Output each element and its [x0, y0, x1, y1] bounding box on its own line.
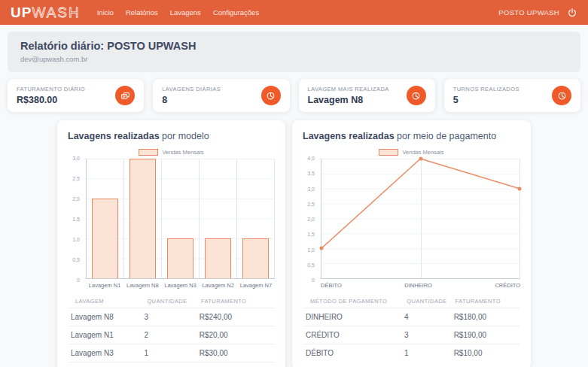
stat-label: LAVAGEM MAIS REALIZADA	[308, 86, 389, 93]
data-point-dinheiro	[419, 157, 422, 161]
legend-label: Vendas Mensais	[162, 149, 203, 156]
table-row: DÉBITO 1 R$10,00	[303, 344, 520, 362]
stat-card-lavagem-mais-realizada: LAVAGEM MAIS REALIZADA Lavagem N8	[299, 79, 435, 112]
stat-card-turnos: TURNOS REALIZADOS 5	[444, 79, 580, 112]
table-row: DINHEIRO 4 R$180,00	[303, 308, 520, 326]
bar-lavagem-n2	[200, 159, 237, 278]
legend-swatch	[379, 149, 398, 156]
table-row: Lavagem N2 1 R$20,00	[68, 362, 275, 367]
table-header-row: MÉTODO DE PAGAMENTO QUANTIDADE FATURAMEN…	[303, 295, 520, 308]
bar-chart-title-main: Lavagens realizadas	[68, 131, 160, 141]
upwash-logo[interactable]: UPWASH	[11, 5, 81, 21]
page-title: Relatório diário: POSTO UPWASH	[20, 40, 568, 52]
table-row: Lavagem N3 1 R$30,00	[68, 344, 275, 362]
report-header: Relatório diário: POSTO UPWASH dev@upwas…	[8, 32, 580, 72]
pie-chart-icon	[261, 86, 281, 105]
table-header-row: LAVAGEM QUANTIDADE FATURAMENTO	[68, 295, 275, 308]
line-chart-plot: 4,0 3,5 3,0 2,5 2,0 1,5 1,0 0,5 0	[321, 159, 520, 279]
stat-label: TURNOS REALIZADOS	[453, 86, 519, 93]
bar-chart-y-axis: 3,0 2,5 2,0 1,5 1,0 0,5 0	[66, 156, 83, 283]
navbar-account-area: POSTO UPWASH	[498, 8, 577, 18]
nav-link-configuracoes[interactable]: Configurações	[213, 8, 259, 17]
pie-chart-icon	[407, 86, 426, 105]
line-chart-card: Lavagens realizadas por meio de pagament…	[292, 120, 531, 367]
stat-value: 8	[162, 95, 221, 105]
line-chart-legend: Vendas Mensais	[303, 149, 520, 156]
bar-chart-x-axis: Lavagem N1 Lavagem N8 Lavagem N3 Lavagem…	[86, 282, 275, 289]
pie-chart-icon	[552, 86, 571, 105]
nav-link-relatorios[interactable]: Relatórios	[126, 8, 158, 17]
line-chart-y-axis: 4,0 3,5 3,0 2,5 2,0 1,5 1,0 0,5 0	[301, 156, 318, 283]
money-icon	[115, 86, 135, 105]
bar-chart-title-sub: por modelo	[162, 131, 209, 141]
nav-links: Inicio Relatórios Lavagens Configurações	[97, 8, 259, 17]
bar-lavagem-n3	[162, 159, 200, 278]
pagamentos-table: MÉTODO DE PAGAMENTO QUANTIDADE FATURAMEN…	[303, 295, 520, 362]
stat-card-lavagens-diarias: LAVAGENS DIÁRIAS 8	[153, 79, 289, 112]
bar-chart-title: Lavagens realizadas por modelo	[68, 131, 275, 141]
stat-value: Lavagem N8	[308, 95, 389, 105]
power-icon[interactable]	[567, 8, 577, 18]
stat-value: 5	[453, 95, 519, 105]
nav-link-inicio[interactable]: Inicio	[97, 8, 114, 17]
logo-up-text: UP	[11, 5, 32, 21]
line-chart-title-main: Lavagens realizadas	[303, 131, 395, 141]
stat-label: FATURAMENTO DIÁRIO	[17, 86, 85, 93]
bar-chart-legend: Vendas Mensais	[68, 149, 275, 156]
nav-link-lavagens[interactable]: Lavagens	[170, 8, 201, 17]
line-chart-title-sub: por meio de pagamento	[397, 131, 496, 141]
bar-lavagem-n7	[237, 159, 275, 278]
charts-row: Lavagens realizadas por modelo Vendas Me…	[0, 120, 588, 367]
table-row: Lavagem N1 2 R$20,00	[68, 326, 275, 344]
legend-swatch	[139, 149, 158, 156]
stats-row: FATURAMENTO DIÁRIO R$380.00 LAVAGENS DIÁ…	[8, 79, 580, 112]
bar-lavagem-n8	[124, 159, 162, 278]
data-point-credito	[518, 187, 522, 190]
table-row: CRÉDITO 3 R$190,00	[303, 326, 520, 344]
stat-value: R$380.00	[17, 95, 85, 105]
line-chart-x-axis: DÉBITO DINHEIRO CRÉDITO	[321, 282, 520, 289]
lavagens-table: LAVAGEM QUANTIDADE FATURAMENTO Lavagem N…	[68, 295, 275, 367]
account-email: dev@upwash.com.br	[20, 55, 568, 63]
bar-lavagem-n1	[87, 159, 124, 278]
logo-wash-text: WASH	[32, 5, 80, 21]
account-name-label[interactable]: POSTO UPWASH	[498, 8, 559, 17]
table-row: Lavagem N8 3 R$240,00	[68, 308, 275, 326]
legend-label: Vendas Mensais	[402, 149, 443, 156]
bar-chart-card: Lavagens realizadas por modelo Vendas Me…	[57, 120, 285, 367]
data-point-debito	[320, 247, 324, 250]
line-chart-title: Lavagens realizadas por meio de pagament…	[303, 131, 520, 141]
top-navbar: UPWASH Inicio Relatórios Lavagens Config…	[0, 0, 588, 25]
stat-card-faturamento: FATURAMENTO DIÁRIO R$380.00	[8, 79, 144, 112]
bar-chart-plot: 3,0 2,5 2,0 1,5 1,0 0,5 0	[86, 159, 275, 279]
stat-label: LAVAGENS DIÁRIAS	[162, 86, 221, 93]
